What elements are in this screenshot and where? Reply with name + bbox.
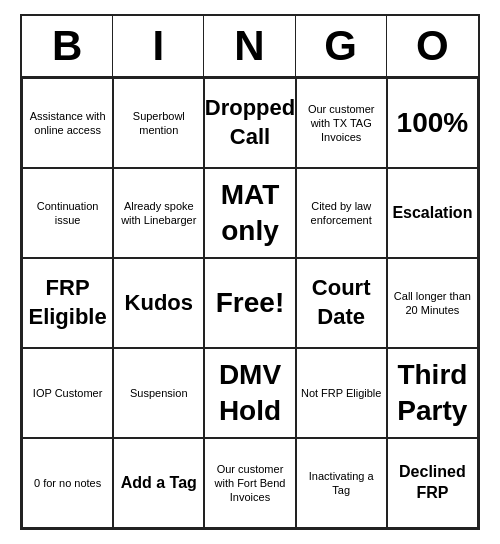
bingo-cell-12: Free!: [204, 258, 295, 348]
header-letter-n: N: [204, 16, 295, 76]
bingo-cell-text-6: Already spoke with Linebarger: [118, 199, 199, 228]
header-letter-o: O: [387, 16, 478, 76]
header-letter-g: G: [296, 16, 387, 76]
bingo-cell-text-5: Continuation issue: [27, 199, 108, 228]
bingo-cell-text-3: Our customer with TX TAG Invoices: [301, 102, 382, 145]
bingo-grid: Assistance with online accessSuperbowl m…: [22, 78, 478, 528]
bingo-cell-15: IOP Customer: [22, 348, 113, 438]
bingo-cell-3: Our customer with TX TAG Invoices: [296, 78, 387, 168]
bingo-cell-text-21: Add a Tag: [121, 473, 197, 494]
bingo-cell-2: Dropped Call: [204, 78, 295, 168]
bingo-cell-text-11: Kudos: [125, 289, 193, 318]
bingo-cell-text-23: Inactivating a Tag: [301, 469, 382, 498]
bingo-cell-text-18: Not FRP Eligible: [301, 386, 382, 400]
bingo-cell-text-20: 0 for no notes: [34, 476, 101, 490]
bingo-cell-text-1: Superbowl mention: [118, 109, 199, 138]
bingo-cell-23: Inactivating a Tag: [296, 438, 387, 528]
bingo-cell-text-13: Court Date: [301, 274, 382, 331]
header-letter-i: I: [113, 16, 204, 76]
bingo-cell-text-15: IOP Customer: [33, 386, 103, 400]
bingo-cell-14: Call longer than 20 Minutes: [387, 258, 478, 348]
bingo-cell-text-14: Call longer than 20 Minutes: [392, 289, 473, 318]
bingo-cell-8: Cited by law enforcement: [296, 168, 387, 258]
bingo-header: BINGO: [22, 16, 478, 78]
bingo-cell-text-12: Free!: [216, 285, 284, 321]
bingo-cell-5: Continuation issue: [22, 168, 113, 258]
bingo-cell-1: Superbowl mention: [113, 78, 204, 168]
bingo-cell-text-2: Dropped Call: [205, 94, 295, 151]
bingo-cell-6: Already spoke with Linebarger: [113, 168, 204, 258]
header-letter-b: B: [22, 16, 113, 76]
bingo-cell-4: 100%: [387, 78, 478, 168]
bingo-cell-text-4: 100%: [397, 105, 469, 141]
bingo-cell-21: Add a Tag: [113, 438, 204, 528]
bingo-card: BINGO Assistance with online accessSuper…: [20, 14, 480, 530]
bingo-cell-text-7: MAT only: [209, 177, 290, 250]
bingo-cell-22: Our customer with Fort Bend Invoices: [204, 438, 295, 528]
bingo-cell-10: FRP Eligible: [22, 258, 113, 348]
bingo-cell-11: Kudos: [113, 258, 204, 348]
bingo-cell-24: Declined FRP: [387, 438, 478, 528]
bingo-cell-text-8: Cited by law enforcement: [301, 199, 382, 228]
bingo-cell-text-22: Our customer with Fort Bend Invoices: [209, 462, 290, 505]
bingo-cell-text-10: FRP Eligible: [27, 274, 108, 331]
bingo-cell-17: DMV Hold: [204, 348, 295, 438]
bingo-cell-20: 0 for no notes: [22, 438, 113, 528]
bingo-cell-18: Not FRP Eligible: [296, 348, 387, 438]
bingo-cell-text-24: Declined FRP: [392, 462, 473, 504]
bingo-cell-text-0: Assistance with online access: [27, 109, 108, 138]
bingo-cell-13: Court Date: [296, 258, 387, 348]
bingo-cell-19: Third Party: [387, 348, 478, 438]
bingo-cell-9: Escalation: [387, 168, 478, 258]
bingo-cell-0: Assistance with online access: [22, 78, 113, 168]
bingo-cell-7: MAT only: [204, 168, 295, 258]
bingo-cell-text-16: Suspension: [130, 386, 188, 400]
bingo-cell-text-9: Escalation: [392, 203, 472, 224]
bingo-cell-text-17: DMV Hold: [209, 357, 290, 430]
bingo-cell-text-19: Third Party: [392, 357, 473, 430]
bingo-cell-16: Suspension: [113, 348, 204, 438]
